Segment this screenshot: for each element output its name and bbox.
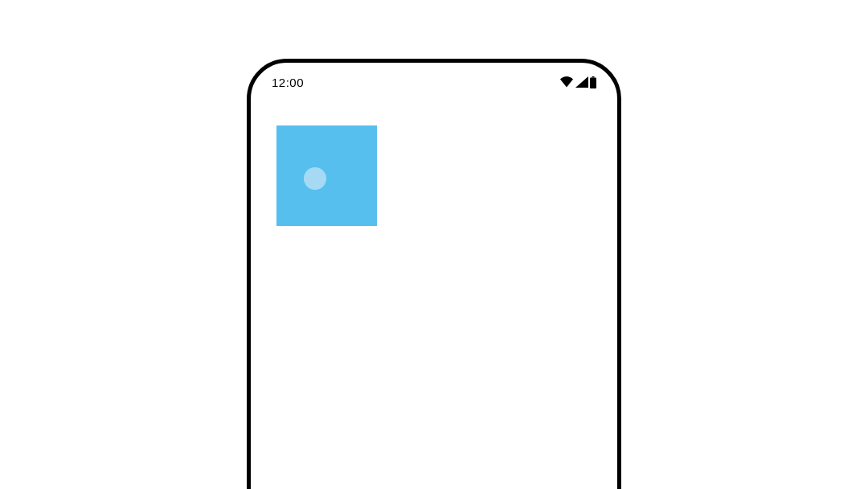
draggable-blue-square[interactable] (276, 125, 377, 226)
app-content-area[interactable] (251, 95, 617, 489)
svg-rect-1 (590, 77, 596, 88)
wifi-icon (559, 76, 574, 88)
status-icons-group (559, 76, 596, 88)
touch-indicator-dot (304, 167, 326, 190)
status-bar: 12:00 (251, 63, 617, 95)
battery-icon (590, 76, 596, 88)
phone-device-frame: 12:00 (247, 59, 621, 489)
svg-rect-0 (592, 76, 595, 78)
cellular-signal-icon (575, 76, 588, 88)
status-time: 12:00 (272, 76, 304, 89)
